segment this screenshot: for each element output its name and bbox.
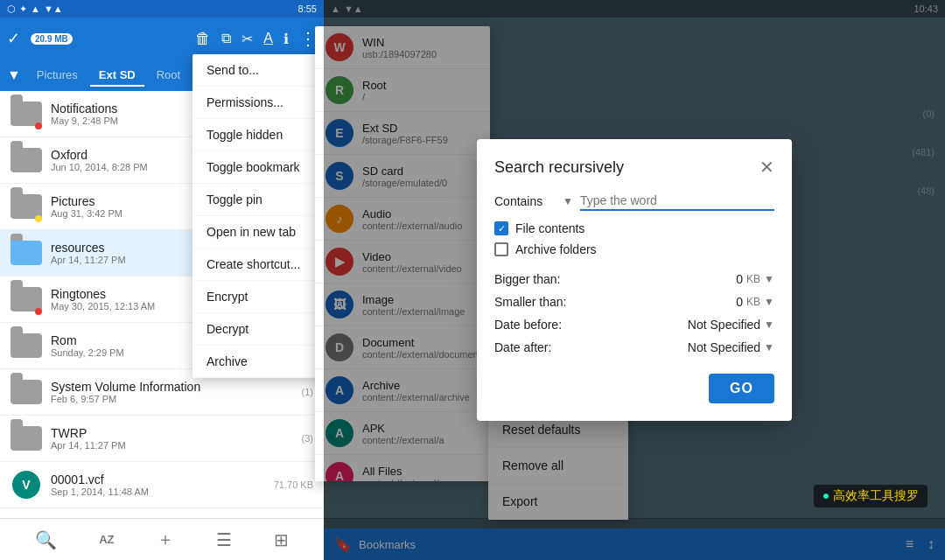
context-menu: Send to... Permissions... Toggle hidden … — [192, 54, 324, 378]
file-count: (3) — [302, 433, 313, 444]
wifi-icon: ▲ — [31, 4, 40, 14]
archive-folders-checkbox[interactable] — [494, 242, 508, 256]
list-view-icon[interactable]: ☰ — [216, 529, 232, 550]
archive-folders-label: Archive folders — [515, 242, 597, 256]
smaller-than-label: Smaller than: — [494, 295, 566, 309]
date-after-field: Date after: Not Specified ▼ — [494, 340, 774, 354]
grid-view-icon[interactable]: ⊞ — [274, 529, 289, 550]
left-panel: ⬡ ✦ ▲ ▼▲ 8:55 ✓ 20.9 MB 🗑 ⧉ ✂ A ℹ ⋮ ▼ Pi… — [0, 0, 324, 560]
bottom-bar-left: 🔍 AZ ＋ ☰ ⊞ — [0, 518, 324, 560]
contains-label: Contains — [494, 194, 556, 208]
send-to-menu-item[interactable]: Send to... — [192, 54, 324, 87]
file-name: TWRP — [51, 426, 293, 440]
az-sort-icon[interactable]: AZ — [99, 533, 114, 546]
dialog-title: Search recursively — [494, 158, 624, 177]
toggle-pin-menu-item[interactable]: Toggle pin — [192, 184, 324, 216]
file-contents-checkbox[interactable] — [494, 221, 508, 235]
create-shortcut-menu-item[interactable]: Create shortcut... — [192, 248, 324, 281]
file-contents-row: File contents — [494, 221, 774, 235]
date-after-value: Not Specified — [688, 340, 760, 354]
bluetooth-icon: ⬡ — [7, 4, 16, 15]
search-icon[interactable]: 🔍 — [35, 529, 57, 550]
bluetooth-icon2: ✦ — [19, 4, 27, 15]
add-icon[interactable]: ＋ — [157, 528, 174, 551]
file-count: (1) — [302, 387, 313, 397]
file-count: 71.70 KB — [274, 480, 313, 490]
toggle-bookmark-menu-item[interactable]: Toggle bookmark — [192, 151, 324, 184]
check-icon: ✓ — [7, 29, 20, 48]
date-before-value: Not Specified — [688, 318, 760, 332]
time-left: 8:55 — [298, 4, 317, 14]
date-before-field: Date before: Not Specified ▼ — [494, 318, 774, 332]
smaller-than-value: 0 — [736, 295, 743, 309]
close-icon[interactable]: ✕ — [760, 157, 774, 178]
bigger-dropdown[interactable]: ▼ — [764, 273, 774, 285]
smaller-dropdown[interactable]: ▼ — [764, 296, 774, 308]
dialog-header: Search recursively ✕ — [494, 157, 774, 178]
text-format-icon[interactable]: A — [263, 31, 273, 46]
list-item[interactable]: V 00001.vcf Sep 1, 2014, 11:48 AM 71.70 … — [0, 462, 324, 508]
smaller-than-unit: KB — [746, 296, 760, 308]
archive-menu-item[interactable]: Archive — [192, 346, 324, 378]
toolbar-left: ✓ 20.9 MB 🗑 ⧉ ✂ A ℹ ⋮ — [0, 18, 324, 60]
date-after-dropdown[interactable]: ▼ — [764, 341, 774, 354]
contains-dropdown[interactable]: ▼ — [563, 195, 573, 207]
tab-root[interactable]: Root — [148, 65, 189, 87]
encrypt-menu-item[interactable]: Encrypt — [192, 281, 324, 313]
list-item[interactable]: TWRP Apr 14, 11:27 PM (3) — [0, 416, 324, 462]
contains-row: Contains ▼ — [494, 192, 774, 211]
watermark-icon: ● — [822, 488, 830, 502]
search-dialog: Search recursively ✕ Contains ▼ File con… — [477, 139, 792, 421]
file-size-badge: 20.9 MB — [31, 33, 73, 45]
signal-icon: ▼▲ — [44, 4, 63, 14]
go-button[interactable]: GO — [709, 374, 774, 403]
right-panel: ▲ ▼▲ 10:43 ▼ Pictures Root Iran 8 minute… — [324, 0, 945, 560]
tab-extsd[interactable]: Ext SD — [90, 65, 144, 87]
copy-icon[interactable]: ⧉ — [221, 31, 231, 46]
status-icons-left: ⬡ ✦ ▲ ▼▲ — [7, 4, 63, 15]
file-contents-label: File contents — [515, 221, 584, 235]
smaller-than-field: Smaller than: 0 KB ▼ — [494, 295, 774, 309]
cut-icon[interactable]: ✂ — [242, 31, 253, 47]
file-name: 00001.vcf — [51, 472, 265, 486]
trash-icon[interactable]: 🗑 — [195, 30, 211, 48]
tab-pictures[interactable]: Pictures — [28, 65, 87, 87]
more-icon[interactable]: ⋮ — [299, 28, 317, 49]
file-date: Feb 6, 9:57 PM — [51, 394, 293, 404]
dialog-overlay: Search recursively ✕ Contains ▼ File con… — [324, 0, 945, 560]
file-date: Apr 14, 11:27 PM — [51, 440, 293, 451]
date-before-dropdown[interactable]: ▼ — [764, 318, 774, 331]
date-before-label: Date before: — [494, 318, 562, 332]
open-new-tab-menu-item[interactable]: Open in new tab — [192, 216, 324, 248]
decrypt-menu-item[interactable]: Decrypt — [192, 313, 324, 346]
info-icon[interactable]: ℹ — [284, 31, 289, 47]
bigger-than-label: Bigger than: — [494, 272, 561, 286]
search-word-input[interactable] — [580, 192, 774, 211]
status-bar-left: ⬡ ✦ ▲ ▼▲ 8:55 — [0, 0, 324, 18]
date-after-label: Date after: — [494, 340, 551, 354]
bigger-than-value: 0 — [736, 272, 743, 286]
toggle-hidden-menu-item[interactable]: Toggle hidden — [192, 119, 324, 151]
watermark: ● 高效率工具搜罗 — [814, 485, 928, 508]
bigger-than-unit: KB — [746, 273, 760, 285]
tab-arrow-left[interactable]: ▼ — [7, 67, 21, 83]
file-date: Sep 1, 2014, 11:48 AM — [51, 486, 265, 497]
bigger-than-field: Bigger than: 0 KB ▼ — [494, 272, 774, 286]
permissions-menu-item[interactable]: Permissions... — [192, 87, 324, 119]
file-name: System Volume Information — [51, 380, 293, 394]
archive-folders-row: Archive folders — [494, 242, 774, 256]
